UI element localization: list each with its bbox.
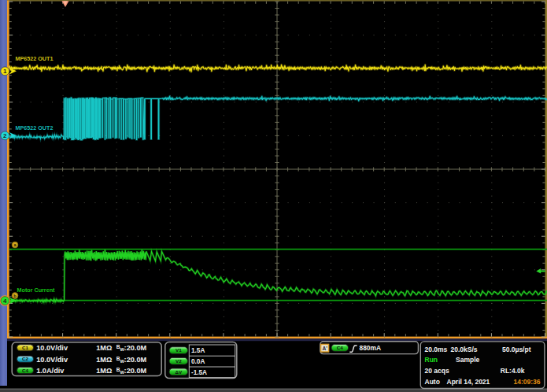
svg-text:C4: C4 [22,368,28,373]
svg-text:b: b [13,294,17,298]
svg-text:20 acqs: 20 acqs [425,367,449,375]
svg-text:V1: V1 [176,347,182,353]
svg-text:20.0ms: 20.0ms [425,346,448,353]
svg-text:Auto: Auto [425,378,440,386]
svg-text:0.0A: 0.0A [191,358,205,365]
svg-text:2: 2 [3,132,7,139]
svg-text:1.5A: 1.5A [191,347,205,354]
svg-text:V2: V2 [176,358,182,364]
svg-text::20.0M: :20.0M [124,356,147,364]
svg-text:1MΩ: 1MΩ [96,367,112,375]
svg-text:C1: C1 [22,345,28,350]
svg-text:April 14, 2021: April 14, 2021 [447,378,490,386]
svg-text::20.0M: :20.0M [124,344,147,352]
svg-text:1MΩ: 1MΩ [96,344,112,352]
svg-text:1: 1 [3,68,7,75]
svg-text:10.0V/div: 10.0V/div [36,344,68,352]
svg-text:14:09:36: 14:09:36 [513,378,540,386]
svg-text:ΔV: ΔV [176,369,183,375]
svg-text:1.0A/div: 1.0A/div [36,367,65,375]
svg-text:MP6522 OUT1: MP6522 OUT1 [16,55,54,62]
svg-text:RL:4.0k: RL:4.0k [501,367,525,375]
svg-text:-1.5A: -1.5A [191,369,207,376]
svg-text:C2: C2 [22,356,28,361]
svg-text:1MΩ: 1MΩ [96,356,112,364]
svg-text:50.0µs/pt: 50.0µs/pt [502,346,531,353]
svg-text:20.0kS/s: 20.0kS/s [451,346,478,353]
svg-text:Sample: Sample [456,356,480,364]
svg-text:C4: C4 [337,345,343,350]
svg-text:Motor Current: Motor Current [17,287,56,294]
svg-text:A': A' [322,346,327,351]
svg-text:4: 4 [3,298,7,305]
svg-text:Run: Run [425,356,438,364]
svg-text:880mA: 880mA [360,344,381,352]
svg-text:10.0V/div: 10.0V/div [36,356,68,364]
svg-text::20.0M: :20.0M [124,367,147,375]
svg-text:MP6522 OUT2: MP6522 OUT2 [16,124,54,131]
